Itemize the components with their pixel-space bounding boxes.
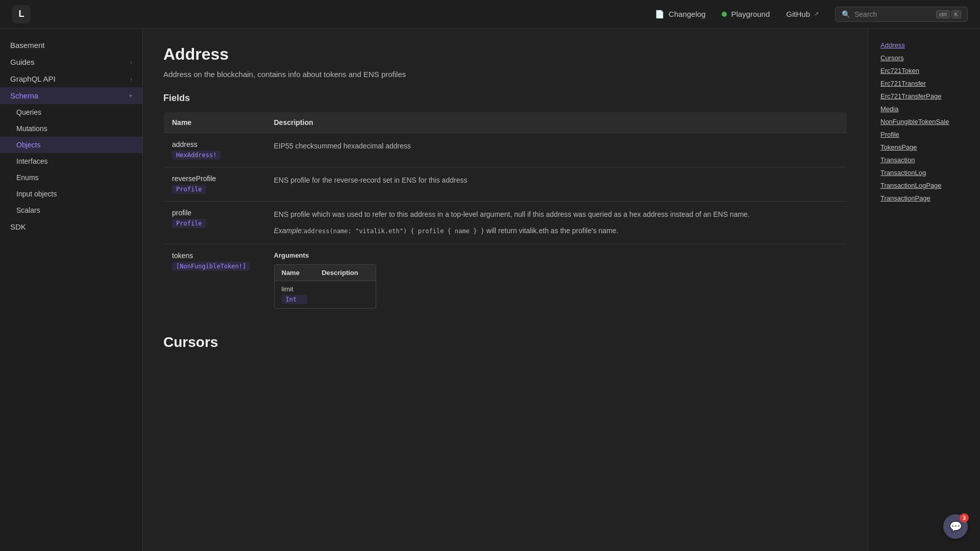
rail-item-transactionlogpage[interactable]: TransactionLogPage	[876, 179, 972, 192]
sidebar-item-guides[interactable]: Guides›	[0, 54, 142, 70]
chat-bubble[interactable]: 💬 3	[943, 514, 968, 539]
rail-item-address[interactable]: Address	[876, 39, 972, 52]
sidebar-item-label: GraphQL API	[10, 74, 56, 83]
arg-row: limitInt	[275, 281, 376, 308]
col-desc-header: Description	[266, 112, 847, 133]
sidebar-item-label: Interfaces	[16, 157, 47, 165]
field-desc-cell: EIP55 checksummed hexadecimal address	[266, 133, 847, 167]
rail-item-transactionlog[interactable]: TransactionLog	[876, 166, 972, 179]
chevron-icon: ›	[130, 76, 132, 83]
playground-nav-item[interactable]: Playground	[722, 10, 770, 18]
playground-status-dot	[722, 12, 727, 17]
rail-item-media[interactable]: Media	[876, 103, 972, 115]
search-shortcut: ctrl K	[936, 10, 961, 18]
sidebar-item-label: Objects	[16, 141, 40, 149]
github-label: GitHub	[786, 10, 810, 18]
sidebar-item-label: Guides	[10, 58, 35, 66]
rail-item-transaction[interactable]: Transaction	[876, 154, 972, 166]
arg-type-badge[interactable]: Int	[282, 295, 308, 304]
search-icon: 🔍	[842, 10, 850, 18]
sidebar-item-objects[interactable]: Objects	[0, 137, 142, 153]
sidebar-item-schema[interactable]: Schema▾	[0, 87, 142, 104]
changelog-label: Changelog	[669, 10, 706, 18]
sidebar-item-basement[interactable]: Basement	[0, 37, 142, 54]
table-row: tokens[NonFungibleToken!]ArgumentsNameDe…	[164, 244, 847, 317]
field-name-cell: addressHexAddress!	[164, 133, 266, 167]
args-col-desc: Description	[314, 265, 375, 281]
sidebar-item-label: Mutations	[16, 124, 47, 133]
ctrl-kbd: ctrl	[936, 10, 950, 18]
main-content: Address Address on the blockchain, conta…	[143, 29, 868, 551]
field-name: address	[172, 140, 258, 148]
sidebar-item-graphql-api[interactable]: GraphQL API›	[0, 70, 142, 87]
notification-badge: 3	[960, 513, 969, 522]
table-row: addressHexAddress!EIP55 checksummed hexa…	[164, 133, 847, 167]
chevron-icon: ▾	[129, 92, 132, 99]
sidebar-item-label: Scalars	[16, 206, 40, 214]
rail-item-erc721transferpage[interactable]: Erc721TransferPage	[876, 90, 972, 103]
table-row: profileProfileENS profile which was used…	[164, 202, 847, 244]
field-name: profile	[172, 209, 258, 217]
cursors-section-title: Cursors	[163, 334, 847, 350]
rail-item-nonfungibletokensale[interactable]: NonFungibleTokenSale	[876, 115, 972, 128]
sidebar: BasementGuides›GraphQL API›Schema▾Querie…	[0, 29, 143, 551]
playground-label: Playground	[731, 10, 770, 18]
github-nav-item[interactable]: GitHub ↗	[786, 10, 819, 18]
changelog-nav-item[interactable]: 📄 Changelog	[655, 10, 706, 19]
chevron-icon: ›	[130, 59, 132, 66]
rail-item-cursors[interactable]: Cursors	[876, 52, 972, 64]
sidebar-item-label: Input objects	[16, 190, 57, 198]
github-external-icon: ↗	[814, 11, 819, 17]
search-placeholder: Search	[854, 10, 932, 18]
sidebar-item-label: SDK	[10, 222, 26, 231]
args-col-name: Name	[275, 265, 315, 281]
field-name-cell: reverseProfileProfile	[164, 167, 266, 202]
logo[interactable]: L	[12, 5, 31, 23]
field-type-badge[interactable]: HexAddress!	[172, 151, 220, 160]
sidebar-item-interfaces[interactable]: Interfaces	[0, 153, 142, 169]
field-desc-cell: ArgumentsNameDescriptionlimitInt	[266, 244, 847, 317]
field-name: tokens	[172, 252, 258, 260]
field-desc-cell: ENS profile which was used to refer to t…	[266, 202, 847, 244]
fields-section-title: Fields	[163, 93, 847, 104]
sidebar-item-label: Enums	[16, 173, 39, 182]
topnav: L 📄 Changelog Playground GitHub ↗ 🔍 Sear…	[0, 0, 980, 29]
rail-item-transactionpage[interactable]: TransactionPage	[876, 192, 972, 205]
rail-item-tokenspage[interactable]: TokensPage	[876, 141, 972, 154]
field-description: ENS profile for the reverse-record set i…	[274, 174, 839, 186]
field-type-badge[interactable]: [NonFungibleToken!]	[172, 262, 250, 271]
field-name: reverseProfile	[172, 174, 258, 183]
rail-item-erc721transfer[interactable]: Erc721Transfer	[876, 77, 972, 90]
sidebar-item-label: Queries	[16, 108, 41, 116]
field-example: Example:address(name: "vitalik.eth") { p…	[274, 225, 839, 236]
chat-icon: 💬	[949, 520, 962, 533]
sidebar-item-mutations[interactable]: Mutations	[0, 120, 142, 137]
fields-table: Name Description addressHexAddress!EIP55…	[163, 112, 847, 318]
arg-description	[314, 281, 375, 308]
k-kbd: K	[951, 10, 961, 18]
sidebar-item-label: Schema	[10, 91, 38, 100]
field-type-badge[interactable]: Profile	[172, 185, 206, 194]
sidebar-item-scalars[interactable]: Scalars	[0, 202, 142, 218]
rail-item-profile[interactable]: Profile	[876, 128, 972, 141]
field-desc-cell: ENS profile for the reverse-record set i…	[266, 167, 847, 202]
search-bar[interactable]: 🔍 Search ctrl K	[835, 7, 968, 22]
field-name-cell: profileProfile	[164, 202, 266, 244]
page-subtitle: Address on the blockchain, contains info…	[163, 70, 847, 79]
sidebar-item-input-objects[interactable]: Input objects	[0, 186, 142, 202]
field-description: ENS profile which was used to refer to t…	[274, 209, 839, 220]
main-layout: BasementGuides›GraphQL API›Schema▾Querie…	[0, 29, 980, 551]
sidebar-item-enums[interactable]: Enums	[0, 169, 142, 186]
changelog-icon: 📄	[655, 10, 665, 19]
rail-item-erc721token[interactable]: Erc721Token	[876, 64, 972, 77]
field-type-badge[interactable]: Profile	[172, 219, 206, 228]
page-title: Address	[163, 45, 847, 64]
sidebar-item-queries[interactable]: Queries	[0, 104, 142, 120]
col-name-header: Name	[164, 112, 266, 133]
field-description: EIP55 checksummed hexadecimal address	[274, 140, 839, 152]
sidebar-item-sdk[interactable]: SDK	[0, 218, 142, 235]
right-rail: AddressCursorsErc721TokenErc721TransferE…	[868, 29, 980, 551]
table-row: reverseProfileProfileENS profile for the…	[164, 167, 847, 202]
arguments-table: NameDescriptionlimitInt	[274, 264, 376, 309]
arguments-label: Arguments	[274, 252, 839, 259]
